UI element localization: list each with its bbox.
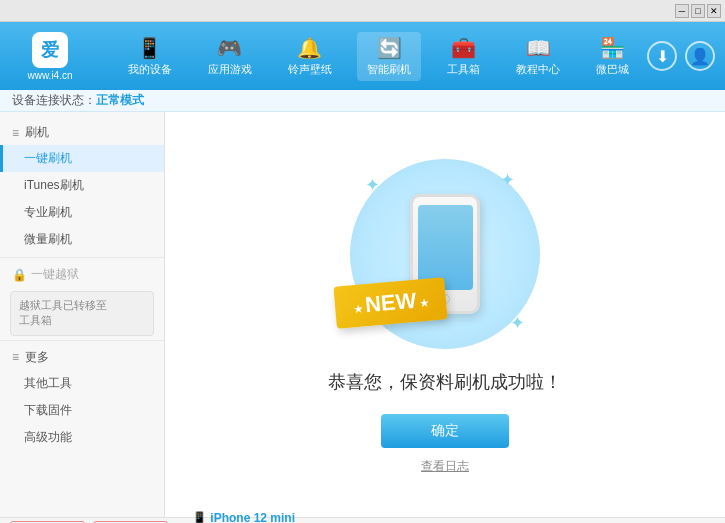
nav-my-device-icon: 📱: [137, 36, 162, 60]
footer: 自动锁定 跳过向导 📱 iPhone 12 mini 64GB Down-12m…: [0, 517, 725, 523]
nav-my-device[interactable]: 📱 我的设备: [118, 32, 182, 81]
main-content: ✦ ✦ ✦ NEW 恭喜您，保资料刷机成功啦！ 确定 查看日志: [165, 112, 725, 517]
footer-left: 自动锁定 跳过向导 📱 iPhone 12 mini 64GB Down-12m…: [10, 511, 433, 524]
sidebar-section-more: ≡ 更多: [0, 345, 164, 370]
confirm-button[interactable]: 确定: [381, 414, 509, 448]
logo: 爱 www.i4.cn: [10, 32, 90, 81]
device-icon: 📱: [192, 511, 210, 524]
sidebar-itunes-label: iTunes刷机: [24, 178, 84, 192]
sidebar-item-pro-flash[interactable]: 专业刷机: [0, 199, 164, 226]
nav-apps-icon: 🎮: [217, 36, 242, 60]
nav-micro-store[interactable]: 🏪 微巴城: [586, 32, 639, 81]
nav-smart-flash-icon: 🔄: [377, 36, 402, 60]
sidebar-locked-jailbreak: 🔒 一键越狱: [0, 262, 164, 287]
status-label: 设备连接状态：: [12, 92, 96, 109]
sidebar-item-other-tools[interactable]: 其他工具: [0, 370, 164, 397]
close-btn[interactable]: ✕: [707, 4, 721, 18]
nav-apps-games[interactable]: 🎮 应用游戏: [198, 32, 262, 81]
sparkle-bottom-right: ✦: [510, 312, 525, 334]
sidebar-divider: [0, 257, 164, 258]
nav-smart-flash[interactable]: 🔄 智能刷机: [357, 32, 421, 81]
device-name: iPhone 12 mini: [210, 511, 295, 524]
more-section-icon: ≡: [12, 350, 19, 364]
nav-smart-flash-label: 智能刷机: [367, 62, 411, 77]
minimize-btn[interactable]: ─: [675, 4, 689, 18]
sparkle-top-left: ✦: [365, 174, 380, 196]
logo-text: www.i4.cn: [27, 70, 72, 81]
success-message: 恭喜您，保资料刷机成功啦！: [328, 370, 562, 394]
sidebar-one-key-label: 一键刷机: [24, 151, 72, 165]
sidebar-item-micro-flash[interactable]: 微量刷机: [0, 226, 164, 253]
sidebar-item-advanced[interactable]: 高级功能: [0, 424, 164, 451]
nav-tutorials-label: 教程中心: [516, 62, 560, 77]
success-illustration: ✦ ✦ ✦ NEW: [345, 154, 545, 354]
nav-store-icon: 🏪: [600, 36, 625, 60]
nav-my-device-label: 我的设备: [128, 62, 172, 77]
device-status-bar: 设备连接状态： 正常模式: [0, 90, 725, 112]
nav-ringtone-icon: 🔔: [297, 36, 322, 60]
firmware-label: 下载固件: [24, 403, 72, 417]
sparkle-top-right: ✦: [500, 169, 515, 191]
logo-icon: 爱: [32, 32, 68, 68]
phone-screen: [418, 205, 473, 290]
sidebar-locked-label: 一键越狱: [31, 266, 79, 283]
download-btn[interactable]: ⬇: [647, 41, 677, 71]
status-value: 正常模式: [96, 92, 144, 109]
nav-tutorials-icon: 📖: [526, 36, 551, 60]
sidebar-item-one-key-flash[interactable]: 一键刷机: [0, 145, 164, 172]
sidebar: ≡ 刷机 一键刷机 iTunes刷机 专业刷机 微量刷机 🔒 一键越狱 越狱工具…: [0, 112, 165, 517]
nav-tutorials[interactable]: 📖 教程中心: [506, 32, 570, 81]
sidebar-info-text: 越狱工具已转移至工具箱: [19, 299, 107, 326]
nav-toolbox-label: 工具箱: [447, 62, 480, 77]
nav-toolbox[interactable]: 🧰 工具箱: [437, 32, 490, 81]
nav-bar: 📱 我的设备 🎮 应用游戏 🔔 铃声壁纸 🔄 智能刷机 🧰 工具箱 📖 教程中心…: [110, 32, 647, 81]
device-info: 📱 iPhone 12 mini 64GB Down-12mini-13.1: [192, 511, 295, 524]
sidebar-section-flash: ≡ 刷机: [0, 120, 164, 145]
title-bar: ─ □ ✕: [0, 0, 725, 22]
window-controls: ─ □ ✕: [675, 4, 721, 18]
sidebar-item-firmware[interactable]: 下载固件: [0, 397, 164, 424]
more-section-label: 更多: [25, 349, 49, 366]
header: 爱 www.i4.cn 📱 我的设备 🎮 应用游戏 🔔 铃声壁纸 🔄 智能刷机 …: [0, 22, 725, 90]
user-btn[interactable]: 👤: [685, 41, 715, 71]
nav-ringtone-label: 铃声壁纸: [288, 62, 332, 77]
sidebar-micro-label: 微量刷机: [24, 232, 72, 246]
view-log-link[interactable]: 查看日志: [421, 458, 469, 475]
nav-apps-label: 应用游戏: [208, 62, 252, 77]
sidebar-item-itunes-flash[interactable]: iTunes刷机: [0, 172, 164, 199]
footer-top: 自动锁定 跳过向导 📱 iPhone 12 mini 64GB Down-12m…: [0, 518, 725, 523]
nav-ringtone[interactable]: 🔔 铃声壁纸: [278, 32, 342, 81]
header-right-controls: ⬇ 👤: [647, 41, 715, 71]
flash-section-label: 刷机: [25, 124, 49, 141]
sidebar-info-box: 越狱工具已转移至工具箱: [10, 291, 154, 336]
main-area: ≡ 刷机 一键刷机 iTunes刷机 专业刷机 微量刷机 🔒 一键越狱 越狱工具…: [0, 112, 725, 517]
lock-icon: 🔒: [12, 268, 27, 282]
maximize-btn[interactable]: □: [691, 4, 705, 18]
other-tools-label: 其他工具: [24, 376, 72, 390]
nav-toolbox-icon: 🧰: [451, 36, 476, 60]
sidebar-divider-2: [0, 340, 164, 341]
flash-section-icon: ≡: [12, 126, 19, 140]
sidebar-pro-label: 专业刷机: [24, 205, 72, 219]
nav-store-label: 微巴城: [596, 62, 629, 77]
advanced-label: 高级功能: [24, 430, 72, 444]
